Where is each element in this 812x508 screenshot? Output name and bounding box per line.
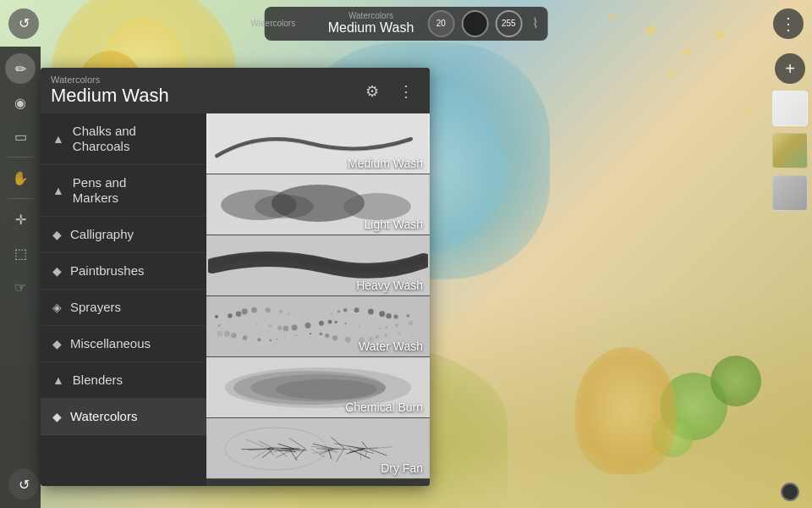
brush-name-display[interactable]: Medium Wash bbox=[328, 20, 414, 36]
selection-tool-btn[interactable]: ⬚ bbox=[5, 238, 36, 268]
category-name-paintbrushes: Paintbrushes bbox=[70, 263, 145, 279]
category-icon-paintbrushes: ◆ bbox=[52, 264, 62, 278]
brush-item-dry-fan[interactable]: Dry Fan bbox=[206, 418, 430, 479]
svg-point-14 bbox=[279, 309, 283, 312]
layer-thumbnail-3[interactable] bbox=[772, 175, 808, 211]
svg-point-67 bbox=[412, 333, 413, 334]
category-name-chalks: Chalks and Charcoals bbox=[73, 124, 136, 154]
category-item-pens[interactable]: ▲Pens and Markers bbox=[41, 165, 206, 217]
brush-item-heavy-wash[interactable]: Heavy Wash bbox=[206, 235, 430, 296]
svg-point-46 bbox=[395, 323, 398, 327]
transform-tool-btn[interactable]: ✛ bbox=[5, 204, 36, 235]
category-item-paintbrushes[interactable]: ◆Paintbrushes bbox=[41, 253, 206, 290]
svg-point-32 bbox=[255, 322, 257, 323]
svg-point-54 bbox=[277, 339, 277, 340]
brush-name-light-wash: Light Wash bbox=[357, 214, 430, 235]
layer-thumbnail-2[interactable] bbox=[772, 133, 808, 168]
brush-name-chemical-burn: Chemical Burn bbox=[338, 397, 430, 417]
size-small-btn[interactable]: 20 bbox=[427, 10, 454, 37]
smudge-tool-btn[interactable]: ✋ bbox=[5, 163, 36, 193]
brush-item-chemical-burn[interactable]: Chemical Burn bbox=[206, 357, 430, 418]
svg-point-47 bbox=[409, 320, 414, 325]
svg-point-72 bbox=[276, 379, 377, 400]
toolbar-separator-2 bbox=[8, 198, 33, 199]
brush-category-label: Watercolors bbox=[250, 19, 295, 28]
eyedropper-tool-btn[interactable]: ◉ bbox=[5, 87, 36, 118]
category-icon-calligraphy: ◆ bbox=[52, 228, 62, 241]
svg-point-51 bbox=[243, 335, 247, 340]
svg-point-56 bbox=[296, 334, 297, 335]
svg-point-9 bbox=[228, 313, 232, 318]
svg-point-42 bbox=[359, 325, 359, 326]
panel-header-info: Watercolors Medium Wash bbox=[51, 75, 169, 107]
category-item-watercolors[interactable]: ◆Watercolors bbox=[41, 399, 206, 435]
category-name-miscellaneous: Miscellaneous bbox=[70, 336, 151, 351]
brush-tool-btn[interactable]: ✏ bbox=[5, 53, 36, 84]
svg-point-53 bbox=[269, 339, 272, 341]
panel-header: Watercolors Medium Wash ⚙ ⋮ bbox=[41, 68, 430, 113]
category-icon-pens: ▲ bbox=[52, 184, 64, 197]
svg-point-38 bbox=[319, 320, 324, 325]
svg-point-66 bbox=[398, 333, 400, 334]
brush-item-water-wash[interactable]: Water Wash bbox=[206, 296, 430, 357]
svg-point-18 bbox=[319, 315, 320, 316]
top-toolbar: ↺ Watercolors Watercolors Medium Wash 20… bbox=[0, 0, 812, 47]
toolbar-separator-1 bbox=[8, 157, 33, 157]
brush-item-light-wash[interactable]: Light Wash bbox=[206, 174, 430, 235]
svg-point-48 bbox=[217, 330, 223, 336]
svg-point-59 bbox=[325, 333, 329, 337]
category-item-sprayers[interactable]: ◈Sprayers bbox=[41, 290, 206, 326]
svg-point-17 bbox=[304, 316, 305, 317]
brush-item-medium-wash[interactable]: Medium Wash bbox=[206, 113, 430, 174]
svg-point-29 bbox=[229, 323, 230, 323]
brush-preview-circle bbox=[461, 10, 488, 37]
eraser-tool-btn[interactable]: ▭ bbox=[5, 121, 36, 152]
panel-title: Medium Wash bbox=[51, 85, 169, 107]
undo-button[interactable]: ↺ bbox=[8, 8, 39, 39]
svg-point-33 bbox=[269, 323, 272, 327]
layer-thumbnail-1[interactable] bbox=[772, 91, 808, 126]
overflow-menu-button[interactable]: ⋮ bbox=[773, 8, 804, 39]
brush-controls: Watercolors Watercolors Medium Wash 20 2… bbox=[265, 7, 548, 41]
svg-point-25 bbox=[386, 312, 391, 318]
svg-point-20 bbox=[337, 310, 340, 312]
category-list: ▲Chalks and Charcoals▲Pens and Markers◆C… bbox=[41, 113, 206, 486]
svg-point-15 bbox=[288, 312, 290, 315]
category-icon-chalks: ▲ bbox=[52, 132, 64, 146]
right-panel: + bbox=[768, 47, 812, 508]
move-tool-btn[interactable]: ☞ bbox=[5, 272, 36, 302]
panel-overflow-button[interactable]: ⋮ bbox=[392, 78, 420, 105]
category-item-blenders[interactable]: ▲Blenders bbox=[41, 362, 206, 399]
svg-point-40 bbox=[335, 320, 337, 323]
svg-point-28 bbox=[218, 324, 220, 326]
panel-body: ▲Chalks and Charcoals▲Pens and Markers◆C… bbox=[41, 113, 430, 486]
svg-point-13 bbox=[266, 307, 271, 312]
brush-list: Medium Wash Light Wash Heavy Wash Water … bbox=[206, 113, 430, 486]
svg-point-50 bbox=[231, 333, 237, 339]
svg-point-45 bbox=[385, 326, 387, 329]
svg-point-16 bbox=[294, 315, 296, 317]
panel-category-label: Watercolors bbox=[51, 75, 169, 85]
brush-name-dry-fan: Dry Fan bbox=[374, 458, 430, 478]
svg-line-102 bbox=[241, 449, 272, 450]
stabilizer-icon[interactable]: ⌇ bbox=[532, 15, 539, 31]
svg-point-21 bbox=[343, 307, 348, 312]
category-icon-blenders: ▲ bbox=[52, 373, 64, 387]
size-large-btn[interactable]: 255 bbox=[495, 10, 522, 37]
svg-point-22 bbox=[354, 307, 359, 312]
svg-point-5 bbox=[255, 195, 314, 218]
category-item-miscellaneous[interactable]: ◆Miscellaneous bbox=[41, 326, 206, 362]
category-name-blenders: Blenders bbox=[73, 373, 123, 388]
color-picker-dot[interactable] bbox=[781, 483, 799, 501]
brush-name-heavy-wash: Heavy Wash bbox=[349, 275, 430, 295]
brush-panel: Watercolors Medium Wash ⚙ ⋮ ▲Chalks and … bbox=[41, 68, 430, 486]
category-item-calligraphy[interactable]: ◆Calligraphy bbox=[41, 217, 206, 253]
category-item-chalks[interactable]: ▲Chalks and Charcoals bbox=[41, 113, 206, 165]
brush-category-small: Watercolors bbox=[348, 12, 393, 20]
add-layer-button[interactable]: + bbox=[775, 53, 805, 84]
panel-settings-button[interactable]: ⚙ bbox=[359, 78, 386, 105]
svg-point-24 bbox=[379, 311, 385, 317]
left-toolbar: ✏ ◉ ▭ ✋ ✛ ⬚ ☞ bbox=[0, 47, 41, 508]
category-icon-miscellaneous: ◆ bbox=[52, 337, 62, 351]
undo-bottom-button[interactable]: ↺ bbox=[8, 469, 39, 500]
